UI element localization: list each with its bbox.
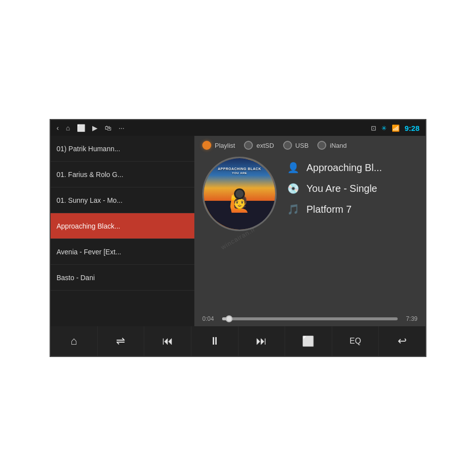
pause-icon: ⏸: [209, 335, 220, 348]
now-playing: 🙋 APPROACHING BLACK YOU ARE 👤 Approachin…: [202, 157, 417, 312]
progress-section: 0:04 7:39: [202, 315, 417, 322]
playlist-item[interactable]: Avenia - Fever [Ext...: [51, 239, 194, 265]
artist-row: 👤 Approaching Bl...: [287, 162, 382, 174]
prev-icon: ⏮: [162, 335, 173, 348]
source-tab-label: extSD: [256, 142, 274, 149]
artist-icon: 👤: [287, 162, 299, 174]
shuffle-icon: ⇌: [116, 335, 125, 348]
more-nav-icon[interactable]: ···: [119, 124, 124, 132]
back-icon: ↩: [398, 335, 407, 348]
source-dot: [202, 141, 211, 150]
next-icon: ⏭: [256, 335, 267, 348]
device-frame: ‹ ⌂ ⬜ ▶ 🛍 ··· ⊡ ✳ 📶 9:28 01) Patrik Huma…: [50, 119, 426, 357]
wifi-icon: 📶: [392, 124, 400, 132]
time-current: 0:04: [202, 315, 217, 322]
source-dot: [283, 141, 292, 150]
main-content: 01) Patrik Humann...01. Farius & Rolo G.…: [51, 136, 425, 326]
status-bar: ‹ ⌂ ⬜ ▶ 🛍 ··· ⊡ ✳ 📶 9:28: [51, 120, 425, 136]
source-tabs: PlaylistextSDUSBiNand: [202, 141, 417, 150]
source-dot: [244, 141, 253, 150]
album-art: 🙋 APPROACHING BLACK YOU ARE: [202, 157, 277, 231]
back-button[interactable]: ↩: [379, 326, 425, 356]
status-icons: ⊡ ✳ 📶 9:28: [371, 124, 419, 132]
playlist-panel: 01) Patrik Humann...01. Farius & Rolo G.…: [51, 136, 194, 326]
repeat-button[interactable]: ⬜: [285, 326, 332, 356]
playlist-name: Platform 7: [306, 204, 352, 215]
home-button[interactable]: ⌂: [51, 326, 98, 356]
album-row: 💿 You Are - Single: [287, 182, 382, 194]
clock: 9:28: [405, 124, 419, 132]
next-button[interactable]: ⏭: [238, 326, 286, 356]
bag-nav-icon[interactable]: 🛍: [105, 124, 112, 132]
disc-icon: 💿: [287, 182, 299, 194]
playlist-row: 🎵 Platform 7: [287, 203, 382, 215]
pause-button[interactable]: ⏸: [191, 326, 238, 356]
player-panel: PlaylistextSDUSBiNand 🙋 APPROACHING BLAC…: [194, 136, 425, 326]
album-name: You Are - Single: [306, 183, 377, 194]
home-ctrl-icon: ⌂: [70, 335, 77, 348]
source-tab-inand[interactable]: iNand: [317, 141, 347, 150]
playlist-item[interactable]: Basto - Dani: [51, 265, 194, 291]
shuffle-button[interactable]: ⇌: [98, 326, 145, 356]
source-tab-label: iNand: [330, 142, 347, 149]
prev-button[interactable]: ⏮: [144, 326, 191, 356]
bluetooth-icon: ✳: [381, 124, 387, 132]
album-art-text: APPROACHING BLACK YOU ARE: [204, 167, 275, 175]
time-total: 7:39: [403, 315, 417, 322]
playlist-item[interactable]: 01) Patrik Humann...: [51, 136, 194, 162]
progress-thumb[interactable]: [226, 315, 233, 322]
music-icon: 🎵: [287, 203, 299, 215]
eq-button[interactable]: EQ: [332, 326, 379, 356]
source-tab-label: Playlist: [215, 142, 235, 149]
source-tab-extsd[interactable]: extSD: [244, 141, 274, 150]
controls-bar: ⌂ ⇌ ⏮ ⏸ ⏭ ⬜ EQ ↩: [51, 326, 425, 356]
playlist-item[interactable]: 01. Farius & Rolo G...: [51, 162, 194, 187]
playlist-item[interactable]: Approaching Black...: [51, 213, 194, 239]
recents-nav-icon[interactable]: ⬜: [77, 124, 85, 132]
source-dot: [317, 141, 326, 150]
repeat-icon: ⬜: [302, 335, 314, 347]
artist-name: Approaching Bl...: [306, 162, 382, 174]
video-nav-icon[interactable]: ▶: [92, 124, 98, 132]
source-tab-label: USB: [296, 142, 309, 149]
eq-label: EQ: [350, 337, 361, 346]
track-info: 👤 Approaching Bl... 💿 You Are - Single 🎵…: [287, 157, 382, 215]
source-tab-playlist[interactable]: Playlist: [202, 141, 235, 150]
cast-icon: ⊡: [371, 124, 376, 132]
nav-icons: ‹ ⌂ ⬜ ▶ 🛍 ···: [57, 124, 124, 132]
source-tab-usb[interactable]: USB: [283, 141, 309, 150]
playlist-item[interactable]: 01. Sunny Lax - Mo...: [51, 187, 194, 213]
progress-bar[interactable]: [222, 317, 398, 320]
home-nav-icon[interactable]: ⌂: [66, 124, 70, 132]
back-nav-icon[interactable]: ‹: [57, 124, 59, 132]
